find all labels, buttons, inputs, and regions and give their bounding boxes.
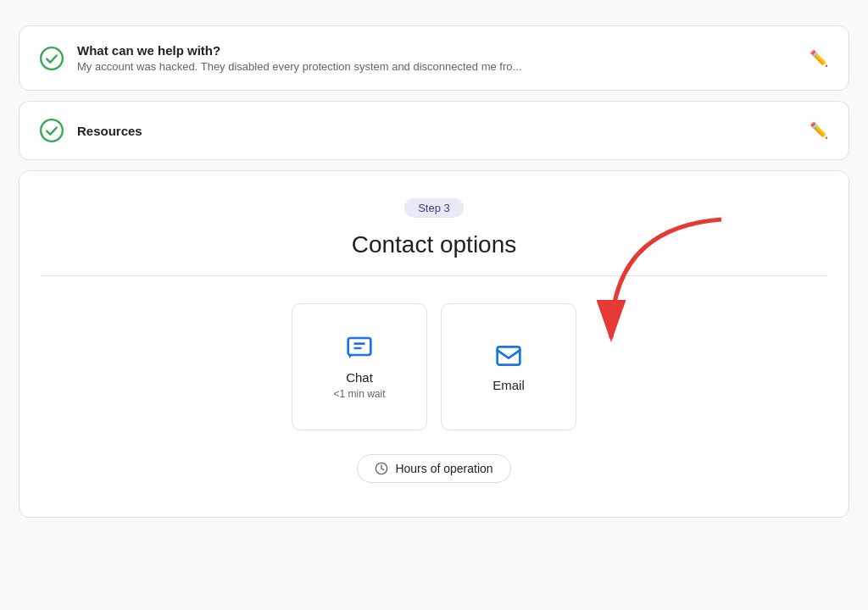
card-title: What can we help with?: [77, 43, 521, 58]
options-row: Chat <1 min wait Email: [292, 303, 576, 430]
help-topic-card: What can we help with? My account was ha…: [19, 25, 849, 91]
check-circle-icon: [40, 47, 64, 70]
edit-button-card1[interactable]: ✏️: [810, 49, 828, 68]
step-badge: Step 3: [404, 198, 464, 218]
hours-label: Hours of operation: [395, 462, 492, 475]
email-icon: [495, 342, 522, 369]
edit-button-card2[interactable]: ✏️: [810, 121, 828, 140]
email-label: Email: [492, 378, 525, 392]
step-title: Contact options: [352, 231, 517, 258]
chat-wait: <1 min wait: [333, 388, 385, 400]
card-text: Resources: [77, 124, 142, 138]
step3-card: Step 3 Contact options Chat <1 min wait: [19, 170, 849, 518]
red-arrow-overlay: [543, 211, 738, 363]
resources-title: Resources: [77, 124, 142, 138]
svg-rect-3: [498, 347, 520, 364]
email-option-card[interactable]: Email: [441, 303, 576, 430]
main-container: What can we help with? My account was ha…: [19, 25, 849, 518]
clock-icon: [375, 462, 388, 475]
hours-of-operation-button[interactable]: Hours of operation: [357, 454, 510, 483]
chat-icon: [346, 335, 373, 362]
divider: [40, 275, 828, 276]
svg-point-1: [41, 119, 63, 141]
card-subtitle: My account was hacked. They disabled eve…: [77, 60, 521, 73]
svg-rect-2: [348, 338, 371, 355]
card-left: Resources: [40, 119, 142, 142]
card-left: What can we help with? My account was ha…: [40, 43, 521, 73]
card-text: What can we help with? My account was ha…: [77, 43, 521, 73]
chat-label: Chat: [346, 370, 373, 385]
svg-point-0: [41, 47, 63, 69]
chat-option-card[interactable]: Chat <1 min wait: [292, 303, 427, 430]
check-circle-icon: [40, 119, 64, 142]
resources-card: Resources ✏️: [19, 101, 849, 160]
